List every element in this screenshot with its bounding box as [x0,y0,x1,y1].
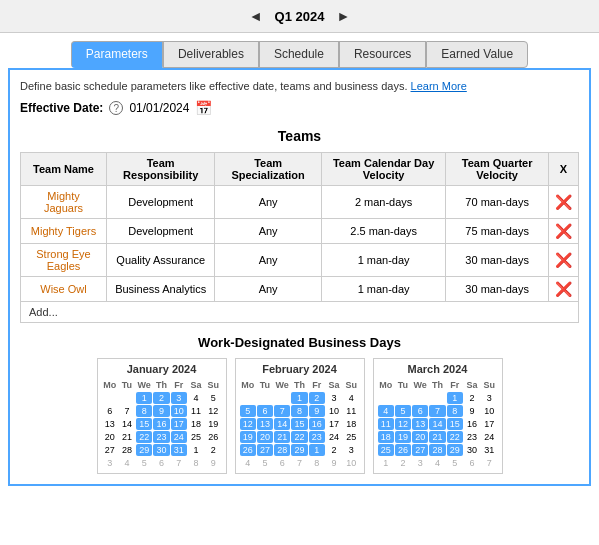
col-specialization: Team Specialization [215,153,322,186]
calendar-day: 12 [240,418,256,430]
calendar-day: 1 [291,392,307,404]
calendar-day: 15 [291,418,307,430]
calendar-day: 31 [481,444,497,456]
tab-deliverables[interactable]: Deliverables [163,41,259,68]
delete-team-button[interactable]: ❌ [555,194,572,210]
calendar-jan2024: January 2024MoTuWeThFrSaSu12345678910111… [97,358,227,474]
calendar-day: 20 [102,431,118,443]
col-responsibility: Team Responsibility [107,153,215,186]
effective-date-row: Effective Date: ? 01/01/2024 📅 [20,100,579,116]
calendar-day: 4 [378,405,394,417]
calendar-day: 2 [309,392,325,404]
team-quarter-velocity-cell: 75 man-days [446,219,549,244]
calendar-day-header: We [136,379,152,391]
calendar-day: 24 [326,431,342,443]
calendar-day-header: Th [429,379,445,391]
prev-period-button[interactable]: ◄ [249,8,263,24]
calendar-day: 11 [378,418,394,430]
delete-team-button[interactable]: ❌ [555,281,572,297]
calendar-header: February 2024 [240,363,360,375]
add-team-row: Add... [21,302,579,323]
calendar-day [274,392,290,404]
table-row: Strong Eye Eagles Quality Assurance Any … [21,244,579,277]
help-icon[interactable]: ? [109,101,123,115]
calendar-day: 18 [378,431,394,443]
calendar-day: 16 [153,418,169,430]
calendar-day: 18 [188,418,204,430]
calendar-day-header: Sa [326,379,342,391]
calendar-day: 14 [274,418,290,430]
calendar-day: 10 [343,457,359,469]
calendar-day: 25 [188,431,204,443]
delete-team-button[interactable]: ❌ [555,223,572,239]
tab-resources[interactable]: Resources [339,41,426,68]
calendar-header: January 2024 [102,363,222,375]
calendar-day: 1 [447,392,463,404]
calendar-day: 19 [205,418,221,430]
calendar-day-header: Mo [240,379,256,391]
calendar-day: 1 [188,444,204,456]
calendar-day: 5 [240,405,256,417]
calendar-day: 9 [153,405,169,417]
calendar-day: 13 [102,418,118,430]
calendar-day: 6 [102,405,118,417]
calendar-day: 4 [343,392,359,404]
calendar-day-header: Mo [102,379,118,391]
calendar-day-header: Su [205,379,221,391]
calendar-day: 1 [309,444,325,456]
teams-title: Teams [20,128,579,144]
calendar-day: 3 [481,392,497,404]
col-team-name: Team Name [21,153,107,186]
calendar-day: 20 [257,431,273,443]
calendar-day: 29 [447,444,463,456]
calendar-grid: MoTuWeThFrSaSu12345678910111213141516171… [378,379,498,469]
calendar-day: 6 [412,405,428,417]
add-team-link[interactable]: Add... [29,306,58,318]
calendar-day: 17 [326,418,342,430]
team-name-cell: Mighty Jaguars [21,186,107,219]
calendar-day: 7 [291,457,307,469]
team-calendar-velocity-cell: 2.5 man-days [321,219,445,244]
calendar-picker-icon[interactable]: 📅 [195,100,212,116]
calendars-container: January 2024MoTuWeThFrSaSu12345678910111… [20,358,579,474]
tab-parameters[interactable]: Parameters [71,41,163,68]
calendar-day: 8 [188,457,204,469]
calendar-day-header: Th [153,379,169,391]
calendar-day: 26 [395,444,411,456]
effective-date-label: Effective Date: [20,101,103,115]
col-calendar-velocity: Team Calendar Day Velocity [321,153,445,186]
team-quarter-velocity-cell: 70 man-days [446,186,549,219]
calendar-day: 23 [309,431,325,443]
calendar-day: 30 [464,444,480,456]
calendar-day: 31 [171,444,187,456]
calendar-day: 7 [481,457,497,469]
next-period-button[interactable]: ► [336,8,350,24]
team-quarter-velocity-cell: 30 man-days [446,277,549,302]
calendar-day: 7 [274,405,290,417]
delete-cell: ❌ [548,277,578,302]
delete-cell: ❌ [548,219,578,244]
calendar-day: 12 [205,405,221,417]
calendar-mar2024: March 2024MoTuWeThFrSaSu1234567891011121… [373,358,503,474]
calendar-day: 21 [429,431,445,443]
calendar-day: 24 [481,431,497,443]
tab-schedule[interactable]: Schedule [259,41,339,68]
team-specialization-cell: Any [215,277,322,302]
calendar-day-header: Mo [378,379,394,391]
calendar-day [429,392,445,404]
learn-more-link[interactable]: Learn More [411,80,467,92]
calendar-day: 6 [464,457,480,469]
calendar-day: 18 [343,418,359,430]
calendar-day-header: We [274,379,290,391]
tab-earned-value[interactable]: Earned Value [426,41,528,68]
calendar-day: 27 [102,444,118,456]
calendar-day: 3 [171,392,187,404]
delete-team-button[interactable]: ❌ [555,252,572,268]
calendar-day: 2 [205,444,221,456]
calendar-day: 21 [119,431,135,443]
calendar-day: 19 [240,431,256,443]
calendar-day: 16 [309,418,325,430]
teams-table: Team Name Team Responsibility Team Speci… [20,152,579,323]
team-specialization-cell: Any [215,244,322,277]
calendar-day: 26 [240,444,256,456]
